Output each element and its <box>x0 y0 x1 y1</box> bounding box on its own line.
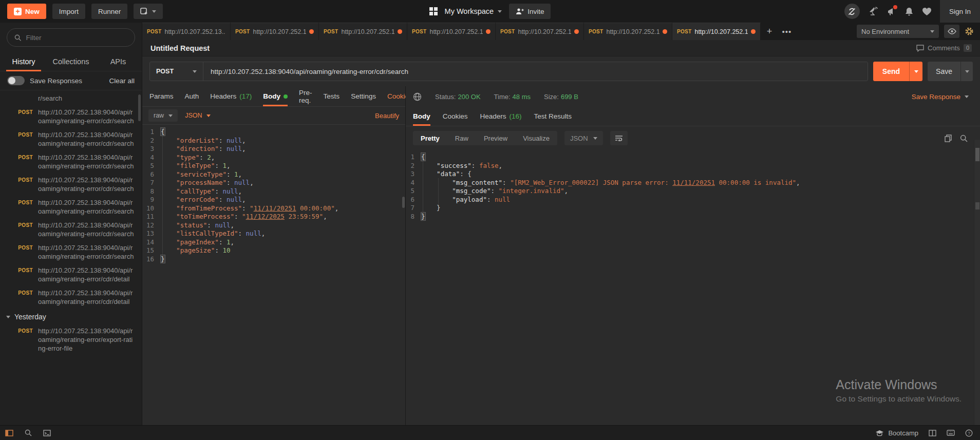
filter-input[interactable] <box>26 34 127 42</box>
code-line: 9 "errorCode": null, <box>142 196 405 204</box>
history-item[interactable]: POSThttp://10.207.252.138:9040/api/roami… <box>0 173 142 196</box>
beautify-link[interactable]: Beautify <box>375 112 399 120</box>
send-options-button[interactable] <box>909 62 922 81</box>
request-tab[interactable]: POSThttp://10.207.252.138:... <box>584 23 672 40</box>
tab-pre-request[interactable]: Pre-req. <box>299 86 312 106</box>
clear-all-link[interactable]: Clear all <box>109 77 135 85</box>
history-item[interactable]: POSThttp://10.207.252.138:9040/api/roami… <box>0 241 142 263</box>
environment-quick-look-button[interactable] <box>944 25 959 38</box>
request-title: Untitled Request <box>150 44 210 52</box>
view-raw[interactable]: Raw <box>447 131 476 145</box>
history-item[interactable]: POSThttp://10.207.252.138:9040/api/roami… <box>0 128 142 150</box>
whats-new-button[interactable] <box>887 7 896 16</box>
notifications-button[interactable] <box>904 7 914 16</box>
history-item[interactable]: POSThttp://10.207.252.138:9040/api/roami… <box>0 263 142 286</box>
new-button[interactable]: New <box>7 4 46 19</box>
console-button[interactable] <box>43 430 51 436</box>
body-format-selector[interactable]: JSON <box>185 112 210 119</box>
line-number: 14 <box>142 238 161 247</box>
help-icon: ? <box>965 429 973 437</box>
tab-collections[interactable]: Collections <box>47 53 95 71</box>
request-tab[interactable]: POSThttp://10.207.252.138:... <box>496 23 584 40</box>
history-group-header[interactable]: Yesterday <box>0 309 142 324</box>
request-editor-scrollbar[interactable] <box>402 197 405 208</box>
line-number: 1 <box>142 128 161 137</box>
shortcuts-button[interactable] <box>947 430 955 436</box>
response-scrollbar[interactable] <box>974 140 980 425</box>
new-tab-button[interactable]: + <box>761 23 778 40</box>
toggle-sidebar-button[interactable] <box>5 430 13 436</box>
history-item[interactable]: POSThttp://10.207.252.138:9040/api/roami… <box>0 324 142 355</box>
tab-history[interactable]: History <box>0 53 47 71</box>
tab-response-body[interactable]: Body <box>413 107 430 126</box>
tab-settings[interactable]: Settings <box>351 86 376 106</box>
tab-auth[interactable]: Auth <box>185 86 199 106</box>
import-button[interactable]: Import <box>52 4 85 19</box>
history-item[interactable]: POSThttp://10.207.252.138:9040/api/roami… <box>0 196 142 218</box>
url-input[interactable] <box>203 62 868 81</box>
find-button[interactable] <box>25 429 32 436</box>
response-body-code[interactable]: 1{2 "success": false,3 "data": {4 "msg_c… <box>406 150 980 425</box>
method-selector[interactable]: POST <box>150 62 203 81</box>
tab-body[interactable]: Body <box>263 86 288 106</box>
environment-selector[interactable]: No Environment <box>857 25 939 38</box>
bootcamp-button[interactable]: Bootcamp <box>875 429 918 437</box>
tab-url-label: http://10.207.252.138:... <box>341 28 394 35</box>
open-new-window-button[interactable] <box>134 4 163 19</box>
tab-response-cookies[interactable]: Cookies <box>443 107 468 126</box>
history-item-method: POST <box>8 327 33 353</box>
history-item[interactable]: r/search <box>0 91 142 105</box>
view-visualize[interactable]: Visualize <box>515 131 557 145</box>
sign-in-button[interactable]: Sign In <box>940 0 980 23</box>
tab-params[interactable]: Params <box>149 86 174 106</box>
tab-tests[interactable]: Tests <box>324 86 340 106</box>
help-button[interactable]: ? <box>965 429 973 437</box>
chevron-down-icon <box>168 114 173 117</box>
favorites-button[interactable] <box>922 7 932 16</box>
comments-button[interactable]: Comments 0 <box>916 44 972 52</box>
tab-options-button[interactable]: ••• <box>778 23 796 40</box>
history-item[interactable]: POSThttp://10.207.252.138:9040/api/roami… <box>0 286 142 309</box>
request-tab[interactable]: POSThttp://10.207.252.138:... <box>231 23 319 40</box>
history-item-url: http://10.207.252.138:9040/api/roaming/r… <box>38 108 136 125</box>
save-response-button[interactable]: Save Response <box>912 93 973 101</box>
tab-headers[interactable]: Headers(17) <box>210 86 252 106</box>
response-format-selector[interactable]: JSON <box>564 131 603 145</box>
history-item[interactable]: POSThttp://10.207.252.138:9040/api/roami… <box>0 150 142 173</box>
history-item[interactable]: POSThttp://10.207.252.138:9040/api/roami… <box>0 218 142 241</box>
wrap-text-icon <box>615 135 623 141</box>
interceptor-button[interactable] <box>868 7 878 16</box>
invite-button[interactable]: Invite <box>509 4 551 19</box>
workspace-grid-icon[interactable] <box>429 7 438 15</box>
save-button[interactable]: Save <box>928 62 960 81</box>
view-preview[interactable]: Preview <box>476 131 515 145</box>
search-response-button[interactable] <box>960 135 968 142</box>
history-item-method <box>8 94 33 103</box>
workspace-switcher[interactable]: My Workspace <box>445 7 502 15</box>
runner-button[interactable]: Runner <box>91 4 127 19</box>
send-button[interactable]: Send <box>873 62 909 81</box>
view-pretty[interactable]: Pretty <box>413 131 447 145</box>
tab-test-results[interactable]: Test Results <box>534 107 572 126</box>
request-tab[interactable]: POSThttp://10.207.252.138:... <box>319 23 407 40</box>
response-scrollbar-thumb[interactable] <box>975 148 979 161</box>
unsaved-dot-icon <box>663 29 667 34</box>
sync-disabled-button[interactable] <box>844 4 860 19</box>
request-tab[interactable]: POSThttp://10.207.252.13... <box>142 23 231 40</box>
copy-response-button[interactable] <box>945 135 952 142</box>
tab-response-headers[interactable]: Headers(16) <box>480 107 522 126</box>
settings-button[interactable] <box>965 27 974 36</box>
history-item[interactable]: POSThttp://10.207.252.138:9040/api/roami… <box>0 105 142 128</box>
environment-area: No Environment <box>857 23 980 40</box>
response-status-row: Status:200 OK Time:48 ms Size:699 B Save… <box>406 86 980 107</box>
request-tab[interactable]: POSThttp://10.207.252.138:... <box>672 23 761 40</box>
two-pane-view-button[interactable] <box>929 430 936 436</box>
request-tab[interactable]: POSThttp://10.207.252.138:... <box>407 23 496 40</box>
request-body-code[interactable]: 1{2 "orderList": null,3 "direction": nul… <box>142 124 405 425</box>
save-responses-toggle[interactable] <box>7 76 25 85</box>
tab-apis[interactable]: APIs <box>95 53 142 71</box>
save-options-button[interactable] <box>960 62 973 81</box>
body-mode-selector[interactable]: raw <box>148 109 178 122</box>
sidebar-scrollbar[interactable] <box>138 94 141 121</box>
wrap-text-button[interactable] <box>610 131 628 145</box>
